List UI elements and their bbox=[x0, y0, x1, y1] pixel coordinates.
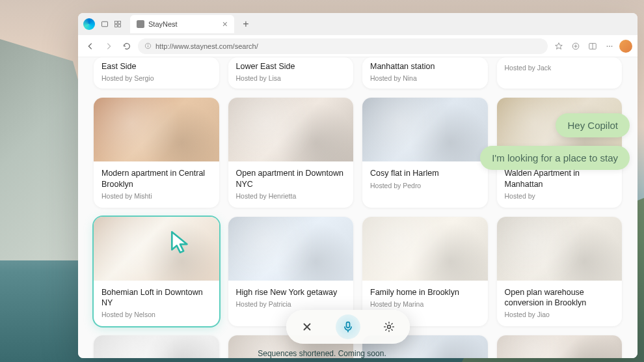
address-bar: http://www.staynest.com/search/ bbox=[78, 35, 637, 57]
listing-title: Modern apartment in Central Brooklyn bbox=[101, 168, 211, 189]
tab-close-icon[interactable]: × bbox=[222, 19, 228, 29]
listing-title: Bohemian Loft in Downtown NY bbox=[101, 287, 211, 309]
listing-thumb bbox=[362, 217, 488, 281]
listing-host: Hosted by bbox=[505, 192, 615, 200]
listing-thumb bbox=[362, 98, 488, 161]
split-screen-icon[interactable] bbox=[585, 39, 600, 53]
browser-tab[interactable]: StayNest × bbox=[130, 15, 234, 33]
edge-logo-icon bbox=[83, 18, 95, 30]
svg-rect-2 bbox=[118, 21, 121, 24]
listing-title: Lower East Side bbox=[236, 61, 346, 72]
svg-point-6 bbox=[148, 44, 148, 45]
listing-thumb bbox=[228, 217, 354, 281]
listing-thumb bbox=[228, 98, 354, 161]
speech-text: I'm looking for a place to stay bbox=[492, 152, 618, 163]
svg-rect-0 bbox=[102, 21, 108, 27]
url-field[interactable]: http://www.staynest.com/search/ bbox=[138, 38, 548, 54]
svg-rect-3 bbox=[115, 25, 118, 27]
listing-title: East Side bbox=[101, 61, 211, 72]
site-info-icon bbox=[144, 42, 152, 49]
listing-card[interactable]: Modern apartment in Central BrooklynHost… bbox=[94, 98, 219, 208]
listing-thumb bbox=[94, 335, 219, 358]
svg-rect-14 bbox=[346, 322, 349, 328]
tab-actions-icon[interactable] bbox=[100, 20, 109, 29]
listing-title: High rise New York getaway bbox=[236, 287, 346, 298]
listing-title: Open apartment in Downtown NYC bbox=[236, 168, 346, 189]
svg-rect-1 bbox=[115, 21, 118, 24]
listing-thumb bbox=[497, 335, 623, 358]
forward-button[interactable] bbox=[101, 39, 116, 53]
copilot-settings-button[interactable] bbox=[377, 314, 401, 339]
listing-card[interactable]: Lower East SideHosted by Lisa bbox=[228, 57, 354, 89]
listing-card[interactable]: Manhattan stationHosted by Nina bbox=[362, 57, 488, 89]
profile-avatar-icon[interactable] bbox=[619, 40, 632, 53]
svg-rect-7 bbox=[148, 46, 148, 48]
listing-card[interactable]: Cosy flat in HarlemHosted by Pedro bbox=[362, 98, 488, 208]
listing-host: Hosted by Jiao bbox=[505, 311, 615, 318]
svg-point-12 bbox=[609, 46, 610, 47]
listing-card[interactable]: Open apartment in Downtown NYCHosted by … bbox=[228, 98, 354, 208]
new-tab-button[interactable]: + bbox=[238, 18, 254, 30]
listing-thumb bbox=[94, 217, 219, 281]
listing-host: Hosted by Nina bbox=[370, 74, 480, 82]
listing-card[interactable] bbox=[94, 335, 219, 358]
refresh-button[interactable] bbox=[120, 39, 134, 53]
listing-row-partial-top: East SideHosted by Sergio Lower East Sid… bbox=[94, 57, 622, 89]
listing-host: Hosted by Pedro bbox=[370, 182, 480, 189]
listing-title: Walden Apartment in Manhattan bbox=[505, 168, 615, 189]
listing-host: Hosted by Henrietta bbox=[236, 192, 346, 200]
listing-card[interactable]: East SideHosted by Sergio bbox=[94, 57, 219, 89]
svg-point-15 bbox=[388, 326, 391, 329]
cursor-icon bbox=[168, 229, 195, 257]
speech-bubble-2: I'm looking for a place to stay bbox=[480, 146, 630, 170]
svg-rect-4 bbox=[118, 25, 121, 27]
menu-icon[interactable] bbox=[602, 39, 617, 53]
copilot-voice-bar bbox=[286, 310, 410, 344]
svg-point-11 bbox=[607, 46, 608, 47]
back-button[interactable] bbox=[83, 39, 98, 53]
caption-text: Sequences shortened. Coming soon. bbox=[258, 349, 386, 358]
listing-card[interactable] bbox=[497, 335, 623, 358]
listing-host: Hosted by Sergio bbox=[101, 74, 211, 82]
listing-host: Hosted by Marina bbox=[370, 300, 480, 308]
tab-favicon-icon bbox=[137, 20, 144, 28]
listing-host: Hosted by Mishti bbox=[101, 192, 211, 200]
listing-host: Hosted by Lisa bbox=[236, 74, 346, 82]
listing-card[interactable]: Hosted by Jack bbox=[497, 57, 623, 89]
listing-host: Hosted by Patricia bbox=[236, 300, 346, 308]
listing-title: Manhattan station bbox=[370, 61, 480, 72]
listing-thumb bbox=[94, 98, 219, 161]
browser-window: StayNest × + http://www.staynest.com/sea… bbox=[78, 13, 637, 358]
listing-thumb bbox=[497, 217, 623, 281]
favorite-icon[interactable] bbox=[552, 39, 566, 53]
speech-text: Hey Copilot bbox=[567, 120, 618, 131]
svg-point-13 bbox=[611, 46, 613, 47]
listing-card-selected[interactable]: Bohemian Loft in Downtown NYHosted by Ne… bbox=[94, 217, 219, 327]
tab-title: StayNest bbox=[148, 20, 178, 28]
collections-icon[interactable] bbox=[569, 39, 583, 53]
url-text: http://www.staynest.com/search/ bbox=[155, 42, 258, 50]
listing-host: Hosted by Jack bbox=[505, 64, 615, 72]
copilot-mic-button[interactable] bbox=[336, 314, 360, 339]
listing-title: Cosy flat in Harlem bbox=[370, 168, 480, 178]
listing-host: Hosted by Nelson bbox=[101, 311, 211, 318]
copilot-close-button[interactable] bbox=[295, 314, 319, 339]
titlebar: StayNest × + bbox=[78, 13, 637, 35]
speech-bubble-1: Hey Copilot bbox=[556, 113, 630, 137]
listing-card[interactable]: Open plan warehouse conversion in Brookl… bbox=[497, 217, 623, 327]
listing-title: Family home in Brooklyn bbox=[370, 287, 480, 298]
listing-title: Open plan warehouse conversion in Brookl… bbox=[505, 287, 615, 309]
workspaces-icon[interactable] bbox=[113, 20, 122, 29]
